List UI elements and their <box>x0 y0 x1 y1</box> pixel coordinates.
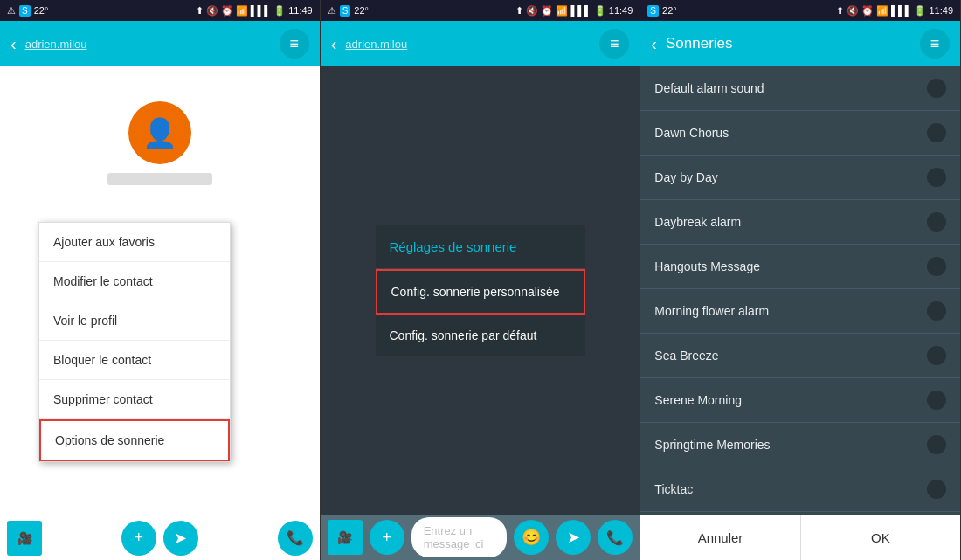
send-icon-1: ➤ <box>174 529 187 548</box>
signal-icon: ▌▌▌ <box>251 5 271 16</box>
menu-delete-contact[interactable]: Supprimer contact <box>39 380 230 419</box>
phone-icon-1: 📞 <box>287 529 304 546</box>
alarm-icon-2: ⏰ <box>541 5 553 17</box>
radio-2[interactable] <box>927 168 946 187</box>
avatar-1: 👤 <box>128 101 191 164</box>
sonneries-footer: Annuler OK <box>640 515 960 560</box>
sonneries-item-0[interactable]: Default alarm sound <box>640 66 960 111</box>
radio-8[interactable] <box>927 435 946 454</box>
panel-chat-dialog: ⚠ S 22° ⬆ 🔇 ⏰ 📶 ▌▌▌ 🔋 11:49 ‹ adrien.mil… <box>321 0 641 560</box>
battery-icon: 🔋 <box>273 5 286 17</box>
temp-label-2: 22° <box>354 5 369 16</box>
radio-3[interactable] <box>927 212 946 232</box>
warning-icon-2: ⚠ <box>328 5 336 17</box>
chat-bottom-1: 🎥 + ➤ 📞 <box>0 515 320 560</box>
sonneries-item-5[interactable]: Morning flower alarm <box>640 289 960 334</box>
volume-icon-2: 🔇 <box>526 5 538 17</box>
add-button-2[interactable]: + <box>370 520 404 555</box>
dialog-title: Réglages de sonnerie <box>376 225 585 269</box>
status-bar-3: S 22° ⬆ 🔇 ⏰ 📶 ▌▌▌ 🔋 11:49 <box>640 0 960 21</box>
chat-body-1: 👤 Ajouter aux favoris Modifier le contac… <box>0 66 320 515</box>
radio-7[interactable] <box>927 391 946 410</box>
sonneries-item-4[interactable]: Hangouts Message <box>640 245 960 289</box>
panel2-bottom: 🎥 + Entrez un message ici 😊 ➤ 📞 <box>321 515 640 560</box>
sonneries-item-2[interactable]: Day by Day <box>640 156 960 200</box>
sonnerie-dialog: Réglages de sonnerie Config. sonnerie pe… <box>376 225 585 356</box>
sonneries-header: ‹ Sonneries ≡ <box>640 21 960 66</box>
chat-body-2: Réglages de sonnerie Config. sonnerie pe… <box>321 66 640 515</box>
add-button-1[interactable]: + <box>121 521 156 556</box>
back-button-3[interactable]: ‹ <box>651 34 657 54</box>
emoji-icon: 😊 <box>522 528 541 547</box>
menu-block-contact[interactable]: Bloquer le contact <box>39 341 230 380</box>
call-button-2[interactable]: 📞 <box>598 520 633 555</box>
emoji-button[interactable]: 😊 <box>514 520 549 555</box>
chat-header-1: ‹ adrien.milou ≡ <box>0 21 320 66</box>
panel-sonneries: S 22° ⬆ 🔇 ⏰ 📶 ▌▌▌ 🔋 11:49 ‹ Sonneries ≡ … <box>640 0 961 560</box>
menu-view-profile[interactable]: Voir le profil <box>39 301 230 341</box>
sonneries-item-9[interactable]: Ticktac <box>640 467 960 512</box>
sonneries-item-7[interactable]: Serene Morning <box>640 378 960 423</box>
send-icon-2: ➤ <box>567 528 580 547</box>
sonneries-title: Sonneries <box>666 35 911 52</box>
menu-button-1[interactable]: ≡ <box>280 29 309 59</box>
radio-6[interactable] <box>927 346 946 365</box>
cancel-button[interactable]: Annuler <box>640 515 800 560</box>
menu-button-2[interactable]: ≡ <box>599 29 629 59</box>
ok-button[interactable]: OK <box>801 515 960 560</box>
video-button-2[interactable]: 🎥 <box>328 520 363 555</box>
sonneries-label-9: Ticktac <box>654 482 693 496</box>
person-icon: 👤 <box>142 116 177 149</box>
contact-info-2: adrien.milou <box>345 38 591 51</box>
menu-add-favorites[interactable]: Ajouter aux favoris <box>39 223 230 262</box>
send-button-1[interactable]: ➤ <box>163 521 198 556</box>
radio-5[interactable] <box>927 301 946 321</box>
bluetooth-icon: ⬆ <box>196 5 204 17</box>
sonneries-item-1[interactable]: Dawn Chorus <box>640 111 960 156</box>
panel-chat-context: ⚠ S 22° ⬆ 🔇 ⏰ 📶 ▌▌▌ 🔋 11:49 ‹ adrien.mil… <box>0 0 321 560</box>
sonneries-item-8[interactable]: Springtime Memories <box>640 423 960 467</box>
message-input[interactable]: Entrez un message ici <box>411 517 508 557</box>
time-label: 11:49 <box>288 5 313 16</box>
sonneries-item-6[interactable]: Sea Breeze <box>640 334 960 378</box>
volume-icon: 🔇 <box>206 5 218 17</box>
video-button-1[interactable]: 🎥 <box>7 521 42 556</box>
sonneries-label-7: Serene Morning <box>654 393 742 407</box>
battery-icon-3: 🔋 <box>914 5 926 17</box>
dialog-option-custom[interactable]: Config. sonnerie personnalisée <box>376 269 585 315</box>
radio-0[interactable] <box>927 79 946 98</box>
wifi-icon-2: 📶 <box>556 5 568 17</box>
chat-header-2: ‹ adrien.milou ≡ <box>321 21 640 66</box>
skype-icon-3: S <box>647 5 659 17</box>
back-button-1[interactable]: ‹ <box>10 34 17 54</box>
alarm-icon-3: ⏰ <box>861 5 874 17</box>
send-button-2[interactable]: ➤ <box>556 520 591 555</box>
status-bar-1: ⚠ S 22° ⬆ 🔇 ⏰ 📶 ▌▌▌ 🔋 11:49 <box>0 0 320 21</box>
sonneries-label-4: Hangouts Message <box>654 259 760 273</box>
contact-name-2[interactable]: adrien.milou <box>345 38 591 51</box>
radio-9[interactable] <box>927 480 946 499</box>
menu-edit-contact[interactable]: Modifier le contact <box>39 262 230 301</box>
dialog-option-default[interactable]: Config. sonnerie par défaut <box>376 315 585 356</box>
bluetooth-icon-3: ⬆ <box>836 5 844 17</box>
contact-name-1[interactable]: adrien.milou <box>25 38 271 51</box>
contact-name-blurred-1 <box>107 173 212 185</box>
sonneries-label-8: Springtime Memories <box>654 438 770 452</box>
dialog-overlay: Réglages de sonnerie Config. sonnerie pe… <box>321 66 640 515</box>
signal-icon-2: ▌▌▌ <box>570 5 591 16</box>
sonneries-list: Default alarm sound Dawn Chorus Day by D… <box>640 66 960 515</box>
sonneries-label-5: Morning flower alarm <box>654 304 769 318</box>
radio-4[interactable] <box>927 257 946 276</box>
menu-ring-options[interactable]: Options de sonnerie <box>39 419 230 461</box>
temp-label: 22° <box>34 5 49 16</box>
volume-icon-3: 🔇 <box>847 5 859 17</box>
wifi-icon-3: 📶 <box>876 5 888 17</box>
call-button-1[interactable]: 📞 <box>278 521 313 556</box>
phone-icon-2: 📞 <box>606 529 624 546</box>
sonneries-item-3[interactable]: Daybreak alarm <box>640 200 960 245</box>
back-button-2[interactable]: ‹ <box>331 34 337 54</box>
menu-button-3[interactable]: ≡ <box>920 29 950 59</box>
status-bar-2: ⚠ S 22° ⬆ 🔇 ⏰ 📶 ▌▌▌ 🔋 11:49 <box>321 0 640 21</box>
radio-1[interactable] <box>927 123 946 142</box>
temp-label-3: 22° <box>662 5 677 16</box>
